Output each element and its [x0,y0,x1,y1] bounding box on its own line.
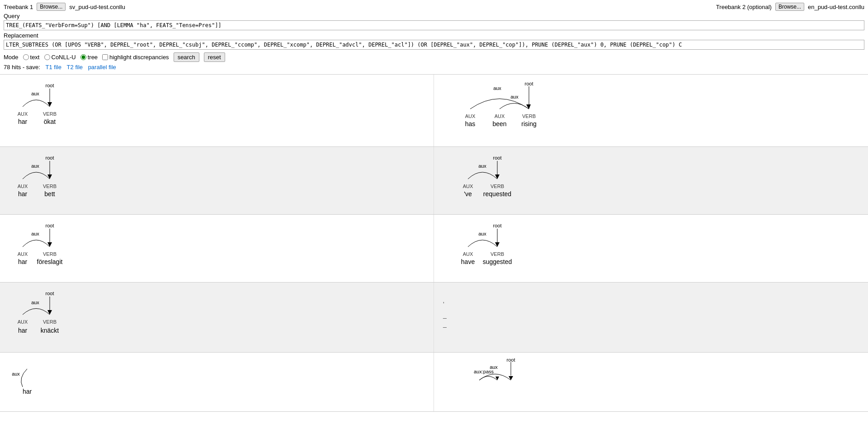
word-har: har [18,190,28,198]
aux-label: aux [478,163,486,169]
pos-verb: VERB [43,184,57,189]
treebank1-file: sv_pud-ud-test.conllu [69,4,125,10]
aux-arc [23,240,50,247]
t1-file-link[interactable]: T1 file [46,64,61,71]
root-label: root [493,155,502,160]
arc-arrow-r5 [509,376,513,380]
punct-text: ' [443,301,859,308]
aux-label-partial: aux [12,371,20,377]
pos-verb: VERB [491,184,504,189]
word-har: har [18,258,28,265]
aux-arc [468,172,497,179]
replacement-input[interactable] [4,40,864,50]
tree-cell-right-3: root aux AUX VERB have suggested [434,215,868,282]
tree-cell-left-4: root aux AUX VERB har knäckt [0,283,434,352]
aux-label-inner: aux [510,94,519,99]
root-label: root [46,155,54,160]
word-bett: bett [44,190,55,198]
aux-arc [23,172,50,179]
query-label: Query [4,13,864,19]
arc-arrow [47,310,52,315]
word-har: har [18,118,28,125]
t2-file-link[interactable]: T2 file [67,64,83,71]
arc-arrow [495,242,500,247]
root-label: root [46,83,54,88]
word-knackt: knäckt [41,327,59,334]
word-rising: rising [521,120,536,127]
pos-aux: AUX [18,184,28,189]
mode-tree-radio[interactable] [80,54,86,60]
reset-button[interactable]: reset [204,52,225,62]
mode-text-radio[interactable] [23,54,29,60]
result-row-1: root aux AUX VERB har ökat root [0,75,868,147]
aux-label: aux [31,300,39,305]
treebank1-browse-button[interactable]: Browse... [37,3,66,11]
mode-conllu-option: CoNLL-U [52,54,76,61]
pos-aux-has: AUX [465,113,476,119]
root-label: root [46,223,54,228]
aux-arc [23,309,50,315]
pos-aux-been: AUX [495,113,505,119]
word-been: been [492,120,506,127]
arc-arrow [495,174,500,179]
arc-arrow [47,102,52,107]
punct-text3: _ [443,320,859,328]
auxpass-label: aux:pass [474,369,494,374]
root-label: root [525,81,533,86]
word-has: has [465,120,476,127]
aux-arc-inner [500,104,529,109]
treebank2-label: Treebank 2 (optional) [716,4,772,10]
pos-verb-rising: VERB [522,113,536,119]
tree-cell-left-1: root aux AUX VERB har ökat [0,75,434,146]
mode-tree-label[interactable]: tree [80,54,98,61]
result-row-3: root aux AUX VERB har föreslagit root au… [0,215,868,283]
punct-text2: _ [443,311,859,319]
highlight-discrepancies-label[interactable]: highlight discrepancies [102,54,169,61]
mode-conllu-radio[interactable] [44,54,50,60]
aux-arc [23,100,50,107]
arc-arrow [47,174,52,179]
pos-aux: AUX [18,111,28,117]
tree-cell-left-5: aux har [0,353,434,411]
highlight-discrepancies-checkbox[interactable] [102,54,108,60]
highlight-discrepancies-text: highlight discrepancies [109,54,169,61]
tree-svg-left-1: root aux AUX VERB har ökat [9,82,99,132]
arc-arrow [47,242,52,247]
parallel-file-link[interactable]: parallel file [88,64,116,71]
pos-aux: AUX [18,319,28,325]
mode-conllu-label[interactable]: CoNLL-U [44,54,76,61]
word-foreslagit: föreslagit [37,258,63,265]
tree-cell-right-1: root aux aux AUX AUX VERB has been risin… [434,75,868,146]
pos-verb: VERB [43,111,57,117]
aux-label: aux [31,91,39,96]
pos-verb: VERB [43,251,57,257]
aux-label: aux [478,231,486,236]
mode-text-label[interactable]: text [23,54,40,61]
pos-aux: AUX [463,184,473,189]
auxpass-arc [479,377,497,381]
tree-cell-right-4: ' _ _ [434,283,868,352]
root-label: root [507,357,515,363]
tree-cell-left-2: root aux AUX VERB har bett [0,147,434,214]
replacement-label: Replacement [4,32,864,39]
word-have: have [461,258,475,265]
word-okat: ökat [44,118,56,125]
tree-svg-left-4: root aux AUX VERB har knäckt [9,290,108,342]
search-button[interactable]: search [174,52,199,62]
aux-label: aux [31,231,39,236]
query-input[interactable] [4,20,864,30]
pos-aux: AUX [463,251,473,257]
root-label: root [493,223,502,228]
tree-svg-left-5: aux har [9,360,63,396]
word-har-partial: har [23,388,32,395]
treebank2-browse-button[interactable]: Browse... [775,3,804,11]
treebank2-file: en_pud-ud-test.conllu [808,4,864,10]
mode-text-option: text [30,54,40,61]
tree-cell-left-3: root aux AUX VERB har föreslagit [0,215,434,282]
hits-row: 78 hits - save: T1 file T2 file parallel… [4,64,864,71]
treebank1-label: Treebank 1 [4,4,33,10]
aux-arc-outer [470,99,529,109]
mode-row: Mode text CoNLL-U tree highlight discrep… [4,52,864,62]
result-row-4: root aux AUX VERB har knäckt ' _ _ [0,283,868,353]
tree-cell-right-2: root aux AUX VERB 've requested [434,147,868,214]
